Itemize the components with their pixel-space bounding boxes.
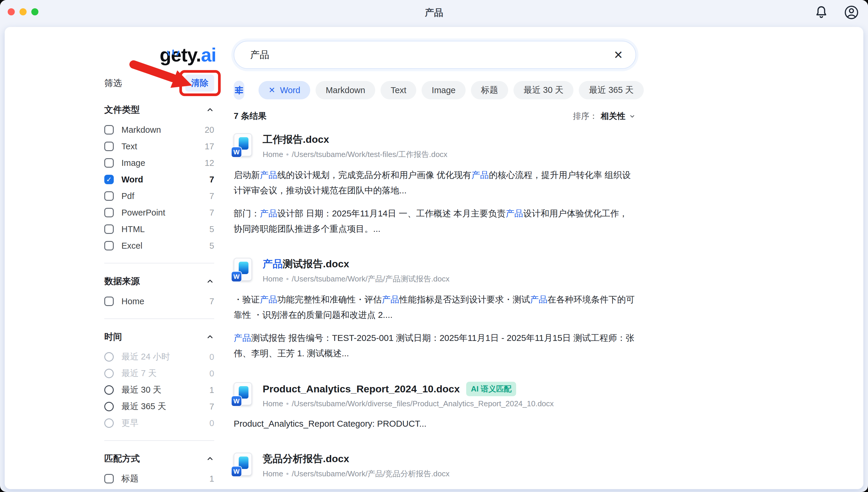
filter-chip[interactable]: 标题 [471, 81, 508, 99]
filter-option-count: 5 [209, 224, 214, 234]
filter-chip[interactable]: ✕ Word [259, 81, 310, 99]
result-snippet: ・验证产品功能完整性和准确性・评估产品性能指标是否达到设计要求・测试产品在各种环… [234, 292, 636, 323]
content-card: gety.ai 筛选 清除 文件类型 Markdown 20 Text 17 I… [4, 27, 864, 489]
filter-option-control[interactable] [104, 208, 114, 217]
filter-section-header[interactable]: 时间 [104, 328, 214, 346]
filter-option-control[interactable] [104, 125, 114, 134]
word-file-icon: W [234, 453, 252, 476]
filter-option-row[interactable]: HTML 5 [104, 221, 214, 238]
result-source: Home [263, 150, 283, 159]
filter-section-header[interactable]: 文件类型 [104, 101, 214, 119]
result-snippets: 我们的产品 ⭐⭐⭐⭐ ⭐⭐⭐⭐⭐ 中小企业 5. 差异化策略建议 5.1 产品差… [234, 487, 636, 489]
filter-option-control[interactable]: ✓ [104, 175, 114, 184]
result-snippets: ・验证产品功能完整性和准确性・评估产品性能指标是否达到设计要求・测试产品在各种环… [234, 292, 636, 361]
filter-option-control[interactable] [104, 297, 114, 306]
filter-option-control[interactable] [104, 191, 114, 201]
chevron-up-icon [206, 333, 214, 341]
search-input[interactable] [234, 41, 636, 69]
filter-chip-label: 最近 365 天 [589, 84, 634, 96]
filter-option-row[interactable]: 最近 30 天 1 [104, 382, 214, 398]
close-icon[interactable]: ✕ [611, 47, 626, 63]
filter-chip-label: 最近 30 天 [524, 84, 563, 96]
filter-option-row[interactable]: 最近 7 天 0 [104, 365, 214, 382]
result-fullpath: /Users/tsubame/Work/产品/竞品分析报告.docx [292, 469, 449, 478]
filter-option-control[interactable] [104, 224, 114, 234]
highlighted-keyword: 产品 [506, 208, 523, 218]
filter-chip[interactable]: Image [422, 81, 466, 99]
filter-option-row[interactable]: Markdown 20 [104, 122, 214, 138]
sort-value: 相关性 [601, 110, 626, 122]
filter-option-row[interactable]: Pdf 7 [104, 188, 214, 204]
search-result-item[interactable]: W 产品测试报告.docx Home•/Users/tsubame/Work/产… [234, 257, 636, 361]
filter-option-label: 更早 [122, 417, 202, 429]
filter-option-row[interactable]: PowerPoint 7 [104, 204, 214, 221]
filter-option-count: 5 [209, 241, 214, 251]
filter-chip[interactable]: 最近 30 天 [514, 81, 574, 99]
search-result-item[interactable]: W Product_Analytics_Report_2024_10.docx … [234, 382, 636, 432]
filter-option-control[interactable] [104, 385, 114, 395]
filter-option-row[interactable]: 最近 365 天 7 [104, 398, 214, 415]
results-header: 7 条结果 排序： 相关性 [234, 110, 636, 122]
sort-control[interactable]: 排序： 相关性 [573, 110, 636, 122]
filter-option-row[interactable]: 标题 1 [104, 470, 214, 487]
highlighted-keyword: 产品 [382, 295, 399, 304]
filter-option-control[interactable] [104, 158, 114, 168]
word-file-icon: W [234, 133, 252, 156]
chevron-up-icon [206, 454, 214, 463]
filter-option-control[interactable] [104, 352, 114, 362]
filter-section-header[interactable]: 数据来源 [104, 272, 214, 290]
result-title[interactable]: Product_Analytics_Report_2024_10.docx [263, 383, 460, 395]
path-separator-dot: • [286, 150, 289, 159]
filter-chip[interactable]: Text [380, 81, 416, 99]
filter-chip[interactable]: Markdown [316, 81, 375, 99]
filter-option-row[interactable]: 更早 0 [104, 415, 214, 432]
results-count: 7 条结果 [234, 110, 266, 122]
filter-option-row[interactable]: ✓ Word 7 [104, 171, 214, 188]
search-result-item[interactable]: W 工作报告.docx Home•/Users/tsubame/Work/tes… [234, 133, 636, 237]
remove-filter-icon[interactable]: ✕ [268, 85, 275, 95]
filter-section-title: 文件类型 [104, 104, 140, 116]
filter-chips: ✕ Word Markdown Text Image 标题 最近 30 天 最近… [259, 81, 644, 99]
sliders-icon[interactable] [234, 81, 244, 100]
filter-option-control[interactable] [104, 402, 114, 411]
filter-chip-label: Image [431, 85, 455, 95]
clear-filters-button[interactable]: 清除 [185, 74, 214, 92]
result-title[interactable]: 竞品分析报告.docx [263, 452, 349, 466]
path-separator-dot: • [286, 274, 289, 283]
result-path: Home•/Users/tsubame/Work/test-files/工作报告… [263, 149, 636, 159]
bell-icon[interactable] [814, 5, 828, 20]
filter-option-row[interactable]: Excel 5 [104, 238, 214, 254]
filter-option-row[interactable]: Home 7 [104, 293, 214, 310]
filter-option-control[interactable] [104, 418, 114, 428]
highlighted-keyword: 产品 [234, 333, 251, 343]
filter-option-label: 最近 365 天 [122, 401, 202, 413]
filter-option-row[interactable]: Image 12 [104, 155, 214, 171]
filter-option-control[interactable] [104, 241, 114, 250]
filter-option-control[interactable] [104, 369, 114, 378]
filter-section: 时间 最近 24 小时 0 最近 7 天 0 最近 30 天 1 最近 365 … [104, 328, 214, 432]
filter-option-row[interactable]: Text 17 [104, 138, 214, 155]
filter-section: 文件类型 Markdown 20 Text 17 Image 12 ✓ Word… [104, 101, 214, 254]
filter-chip[interactable]: 最近 365 天 [579, 81, 644, 99]
filter-section-items: 标题 1 [104, 470, 214, 487]
chevron-up-icon [206, 105, 214, 114]
filter-section-header[interactable]: 匹配方式 [104, 450, 214, 467]
account-icon[interactable] [844, 5, 859, 20]
result-path: Home•/Users/tsubame/Work/产品/产品测试报告.docx [263, 274, 636, 284]
search-result-item[interactable]: W 竞品分析报告.docx Home•/Users/tsubame/Work/产… [234, 452, 636, 489]
result-title[interactable]: 产品测试报告.docx [263, 257, 349, 271]
divider [104, 263, 214, 264]
result-source: Home [263, 469, 283, 478]
highlighted-keyword: 产品 [472, 170, 489, 180]
filter-option-control[interactable] [104, 474, 114, 484]
highlighted-keyword: 产品 [263, 258, 283, 269]
result-snippets: 启动新产品线的设计规划，完成竞品分析和用户画像 优化现有产品的核心流程，提升用户… [234, 167, 636, 237]
app-logo: gety.ai [132, 44, 244, 66]
result-title[interactable]: 工作报告.docx [263, 133, 329, 146]
filter-option-control[interactable] [104, 142, 114, 151]
filter-option-count: 1 [209, 474, 214, 484]
word-badge: W [231, 271, 242, 282]
logo-sparkle-icon [167, 39, 180, 61]
filter-option-row[interactable]: 最近 24 小时 0 [104, 349, 214, 365]
filter-option-label: 标题 [122, 473, 202, 485]
